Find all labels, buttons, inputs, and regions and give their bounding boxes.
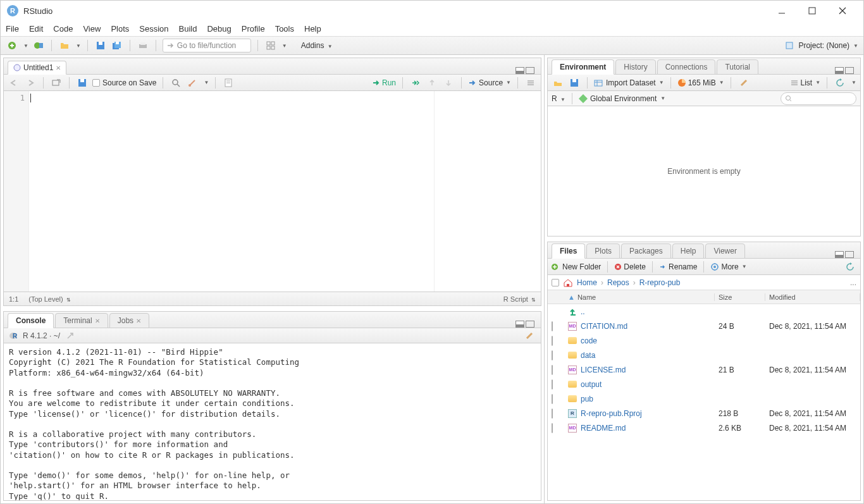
- tab-terminal[interactable]: Terminal ✕: [55, 313, 108, 328]
- tab-history[interactable]: History: [615, 59, 655, 75]
- tab-tutorial[interactable]: Tutorial: [717, 59, 758, 75]
- save-button[interactable]: [94, 39, 107, 52]
- back-button[interactable]: [8, 77, 20, 89]
- console-output[interactable]: R version 4.1.2 (2021-11-01) -- "Bird Hi…: [4, 343, 541, 500]
- goto-file-input[interactable]: Go to file/function: [163, 39, 251, 52]
- tab-environment[interactable]: Environment: [552, 59, 614, 75]
- tab-console[interactable]: Console: [8, 313, 54, 328]
- tab-files[interactable]: Files: [552, 243, 585, 259]
- more-button[interactable]: More▼: [710, 262, 746, 271]
- language-selector[interactable]: R Script ⇅: [503, 295, 536, 303]
- close-tab-icon[interactable]: ✕: [56, 65, 61, 71]
- source-button[interactable]: Source ▼: [468, 78, 511, 87]
- source-on-save-checkbox[interactable]: Source on Save: [92, 78, 156, 87]
- r-engine-selector[interactable]: R ▼: [552, 94, 565, 103]
- save-button[interactable]: [76, 77, 89, 89]
- home-icon[interactable]: [563, 278, 573, 287]
- close-button[interactable]: [833, 3, 852, 18]
- refresh-button[interactable]: [834, 77, 846, 89]
- file-name-link[interactable]: MDCITATION.md: [564, 322, 715, 331]
- file-name-link[interactable]: RR-repro-pub.Rproj: [564, 409, 715, 418]
- source-tab-untitled[interactable]: Untitled1 ✕: [8, 61, 66, 75]
- tab-connections[interactable]: Connections: [657, 59, 716, 75]
- file-checkbox[interactable]: [552, 409, 553, 419]
- file-checkbox[interactable]: [552, 394, 553, 404]
- tab-plots[interactable]: Plots: [586, 243, 620, 259]
- menu-code[interactable]: Code: [53, 24, 73, 34]
- save-all-button[interactable]: [111, 39, 123, 52]
- menu-view[interactable]: View: [83, 24, 101, 34]
- minimize-pane-button[interactable]: [835, 251, 844, 258]
- file-up-row[interactable]: ..: [548, 304, 860, 319]
- popout-icon[interactable]: [64, 329, 77, 342]
- env-scope-selector[interactable]: Global Environment▼: [579, 94, 665, 103]
- file-checkbox[interactable]: [552, 365, 553, 375]
- rerun-button[interactable]: [409, 77, 422, 89]
- maximize-pane-button[interactable]: [845, 67, 854, 74]
- rename-button[interactable]: Rename: [659, 262, 697, 271]
- new-folder-button[interactable]: New Folder: [552, 262, 601, 271]
- scope-selector[interactable]: (Top Level) ⇅: [28, 295, 70, 303]
- minimize-pane-button[interactable]: [835, 67, 844, 74]
- menu-tools[interactable]: Tools: [275, 24, 294, 34]
- menu-edit[interactable]: Edit: [29, 24, 43, 34]
- sort-by-size[interactable]: Size: [715, 293, 765, 301]
- file-checkbox[interactable]: [552, 379, 553, 390]
- breadcrumb-repos[interactable]: Repos: [607, 278, 629, 287]
- go-down-button[interactable]: [442, 77, 455, 89]
- go-up-button[interactable]: [426, 77, 438, 89]
- env-search-input[interactable]: [781, 92, 856, 105]
- menu-plots[interactable]: Plots: [111, 24, 129, 34]
- close-tab-icon[interactable]: ✕: [95, 317, 100, 324]
- breadcrumb-home[interactable]: Home: [577, 278, 597, 287]
- list-view-button[interactable]: List▼: [791, 78, 820, 87]
- file-checkbox[interactable]: [552, 423, 553, 433]
- select-all-checkbox[interactable]: [552, 279, 559, 286]
- print-button[interactable]: [137, 39, 149, 52]
- memory-usage[interactable]: 165 MiB▼: [677, 78, 724, 87]
- menu-help[interactable]: Help: [304, 24, 321, 34]
- minimize-pane-button[interactable]: [515, 67, 524, 74]
- maximize-button[interactable]: [803, 3, 822, 18]
- file-name-link[interactable]: pub: [564, 395, 715, 403]
- save-workspace-button[interactable]: [568, 77, 581, 89]
- open-file-button[interactable]: [58, 39, 71, 52]
- tab-packages[interactable]: Packages: [621, 243, 671, 259]
- code-tools-button[interactable]: [186, 77, 199, 89]
- menu-profile[interactable]: Profile: [242, 24, 265, 34]
- menu-build[interactable]: Build: [179, 24, 197, 34]
- chevron-down-icon[interactable]: ▼: [853, 43, 858, 49]
- refresh-files-button[interactable]: [844, 261, 856, 273]
- maximize-pane-button[interactable]: [526, 67, 534, 74]
- load-workspace-button[interactable]: [552, 77, 564, 89]
- sort-by-modified[interactable]: Modified: [765, 293, 860, 301]
- file-name-link[interactable]: MDREADME.md: [564, 424, 715, 433]
- minimize-button[interactable]: [772, 3, 791, 18]
- new-project-button[interactable]: [32, 39, 45, 52]
- breadcrumb-project[interactable]: R-repro-pub: [639, 278, 681, 287]
- compile-report-button[interactable]: [222, 77, 235, 89]
- find-button[interactable]: [170, 77, 182, 89]
- menu-debug[interactable]: Debug: [207, 24, 231, 34]
- outline-button[interactable]: [524, 77, 537, 89]
- minimize-pane-button[interactable]: [515, 321, 524, 328]
- clear-console-button[interactable]: [523, 329, 536, 342]
- menu-session[interactable]: Session: [139, 24, 168, 34]
- forward-button[interactable]: [24, 77, 37, 89]
- delete-button[interactable]: Delete: [614, 262, 646, 271]
- grid-button[interactable]: [264, 39, 277, 52]
- file-name-link[interactable]: MDLICENSE.md: [564, 366, 715, 374]
- show-in-new-window-button[interactable]: [50, 77, 63, 89]
- import-dataset-button[interactable]: Import Dataset▼: [594, 78, 664, 87]
- path-options-button[interactable]: ...: [850, 278, 856, 287]
- file-name-link[interactable]: output: [564, 380, 715, 389]
- addins-menu[interactable]: Addins ▼: [301, 41, 333, 50]
- sort-by-name[interactable]: ▲ Name: [564, 293, 715, 301]
- tab-help[interactable]: Help: [672, 243, 705, 259]
- project-menu[interactable]: Project: (None): [798, 41, 849, 50]
- chevron-down-icon[interactable]: ▼: [23, 43, 28, 49]
- run-button[interactable]: Run: [372, 78, 396, 87]
- close-tab-icon[interactable]: ✕: [136, 317, 141, 324]
- chevron-down-icon[interactable]: ▼: [76, 43, 81, 49]
- menu-file[interactable]: File: [6, 24, 19, 34]
